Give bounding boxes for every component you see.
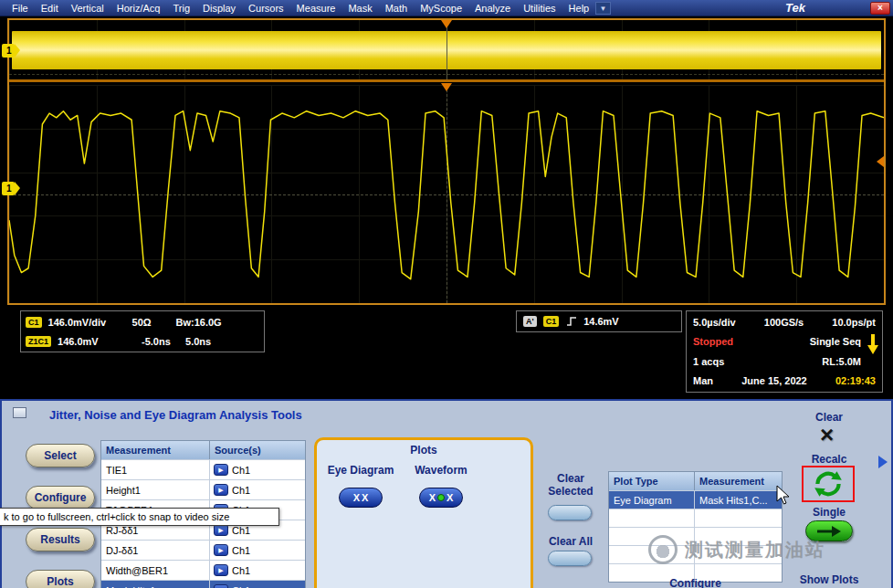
plot-measurement-cell: Mask Hits1,C... (695, 491, 782, 509)
menu-trig[interactable]: Trig (166, 1, 196, 16)
plots-group-title: Plots (317, 444, 531, 457)
mouse-cursor (776, 485, 793, 507)
zoom-position-icon[interactable] (441, 83, 452, 91)
expand-arrow-icon[interactable] (878, 456, 888, 468)
menu-overflow-icon[interactable]: ▼ (595, 2, 611, 15)
zoom-scale: 146.0mV (58, 336, 142, 347)
plot-table-row[interactable]: Eye DiagramMask Hits1,C... (609, 490, 782, 509)
menu-mask[interactable]: Mask (341, 1, 378, 16)
clear-all-label: Clear All (542, 535, 599, 548)
acq-count: 1 acqs (693, 356, 724, 367)
plots-group-box: Plots Eye DiagramXXWaveformXX (314, 437, 533, 588)
clear-selected-label: Clear Selected (542, 472, 599, 498)
trigger-position-icon[interactable] (441, 20, 452, 28)
nav-button-select[interactable]: Select (26, 444, 95, 467)
trigger-level-marker[interactable] (877, 156, 884, 167)
vertical-readout-box[interactable]: C1 146.0mV/div 50Ω Bw:16.0G Z1C1 146.0mV… (20, 310, 265, 352)
trigger-readout-box[interactable]: A' C1 14.6mV (516, 310, 682, 332)
zoom-overview-strip[interactable]: 1 (9, 20, 884, 82)
configure-label: Configure (608, 577, 783, 588)
measurement-source: ▶Ch1 (210, 581, 305, 588)
ch1-termination: 50Ω (132, 317, 176, 328)
eye-diagram-icon[interactable]: XX (339, 488, 383, 508)
acq-date: June 15, 2022 (741, 375, 807, 386)
oscilloscope-screen: FileEditVerticalHoriz/AcqTrigDisplayCurs… (0, 0, 893, 588)
nav-button-configure[interactable]: Configure (26, 486, 95, 509)
menu-utilities[interactable]: Utilities (517, 1, 562, 16)
source-chip-icon: ▶ (214, 464, 228, 476)
measurement-source: ▶Ch1 (210, 541, 305, 560)
menu-math[interactable]: Math (379, 1, 414, 16)
ch1-bandwidth: Bw:16.0G (176, 317, 222, 328)
main-graticule[interactable]: 1 (9, 85, 884, 303)
plot-table-header: Plot Type Measurement (609, 472, 782, 490)
trigger-level-value: 14.6mV (583, 316, 619, 327)
menu-horiz-acq[interactable]: Horiz/Acq (110, 1, 167, 16)
menu-analyze[interactable]: Analyze (468, 1, 517, 16)
zoom-end: 5.0ns (185, 336, 211, 347)
menu-myscope[interactable]: MyScope (414, 1, 468, 16)
horizontal-readout-box: 5.0µs/div 100GS/s 10.0ps/pt Stopped Sing… (686, 310, 883, 393)
menu-vertical[interactable]: Vertical (65, 1, 110, 16)
channel-1-marker-overview[interactable]: 1 (2, 44, 15, 58)
acq-status: Stopped (693, 336, 733, 347)
recalc-button[interactable] (812, 469, 845, 499)
trigger-source-badge: C1 (543, 316, 560, 327)
readout-bar: C1 146.0mV/div 50Ω Bw:16.0G Z1C1 146.0mV… (0, 307, 893, 398)
measurement-row[interactable]: TIE1▶Ch1 (101, 459, 305, 479)
zoom-start: -5.0ns (142, 336, 185, 347)
show-plots-label: Show Plots (794, 573, 864, 586)
menu-bar: FileEditVerticalHoriz/AcqTrigDisplayCurs… (0, 0, 893, 16)
single-label: Single (802, 506, 856, 519)
measurement-source: ▶Ch1 (210, 561, 305, 580)
menu-file[interactable]: File (5, 1, 35, 16)
plots-items: Eye DiagramXXWaveformXX (322, 464, 479, 508)
menu-measure[interactable]: Measure (290, 1, 342, 16)
plot-item-label: Waveform (403, 464, 479, 480)
menu-cursors[interactable]: Cursors (242, 1, 290, 16)
ch1-scale: 146.0mV/div (48, 317, 132, 328)
measurement-row[interactable]: Width@BER1▶Ch1 (101, 560, 305, 580)
measurement-name: Height1 (101, 480, 210, 499)
plot-table: Plot Type Measurement Eye DiagramMask Hi… (608, 471, 783, 583)
nav-button-plots[interactable]: Plots (26, 570, 95, 588)
panel-title: Jitter, Noise and Eye Diagram Analysis T… (49, 408, 302, 422)
measurement-source: ▶Ch1 (210, 460, 305, 479)
plot-type-cell: Eye Diagram (609, 491, 695, 509)
clear-button[interactable]: × (820, 421, 834, 449)
channel-1-marker-main[interactable]: 1 (2, 182, 15, 195)
measurement-table-header: Measurement Source(s) (101, 441, 305, 459)
trigger-a-badge: A' (523, 316, 537, 327)
plot-item: WaveformXX (403, 464, 479, 508)
tooltip: k to go to fullscreen, ctrl+click to sna… (0, 508, 279, 526)
plot-item-label: Eye Diagram (322, 464, 399, 480)
waveform-display[interactable]: 1 1 (7, 18, 886, 305)
menu-display[interactable]: Display (196, 1, 242, 16)
close-button[interactable]: × (870, 2, 890, 15)
clear-selected-button[interactable] (548, 505, 592, 520)
panel-window-icon[interactable] (13, 407, 26, 418)
trig-mode: Man (693, 375, 713, 386)
waveform-icon[interactable]: XX (419, 488, 463, 508)
measurement-row[interactable]: DJ-δδ1▶Ch1 (101, 540, 305, 560)
menu-help[interactable]: Help (562, 1, 596, 16)
waveform-trace (9, 111, 884, 279)
watermark: 测试测量加油站 (648, 535, 825, 564)
measurement-row[interactable]: Mask Hits1▶Ch1 (101, 580, 305, 588)
measurement-name: Mask Hits1 (101, 581, 210, 588)
measurement-name: Width@BER1 (101, 561, 210, 580)
source-chip-icon: ▶ (214, 564, 228, 576)
plot-table-empty-row (609, 509, 782, 527)
measurement-source: ▶Ch1 (210, 480, 305, 499)
waveform-svg (9, 85, 884, 303)
nav-button-results[interactable]: Results (26, 528, 95, 551)
acq-mode: Single Seq (810, 336, 861, 347)
clear-all-button[interactable] (548, 551, 592, 566)
timebase-value: 5.0µs/div (693, 317, 736, 328)
header-plot-type: Plot Type (609, 472, 695, 490)
watermark-logo-icon (648, 535, 678, 564)
single-seq-arrow-icon (867, 333, 878, 355)
measurement-row[interactable]: Height1▶Ch1 (101, 479, 305, 499)
source-chip-icon: ▶ (214, 584, 228, 588)
menu-edit[interactable]: Edit (35, 1, 65, 16)
